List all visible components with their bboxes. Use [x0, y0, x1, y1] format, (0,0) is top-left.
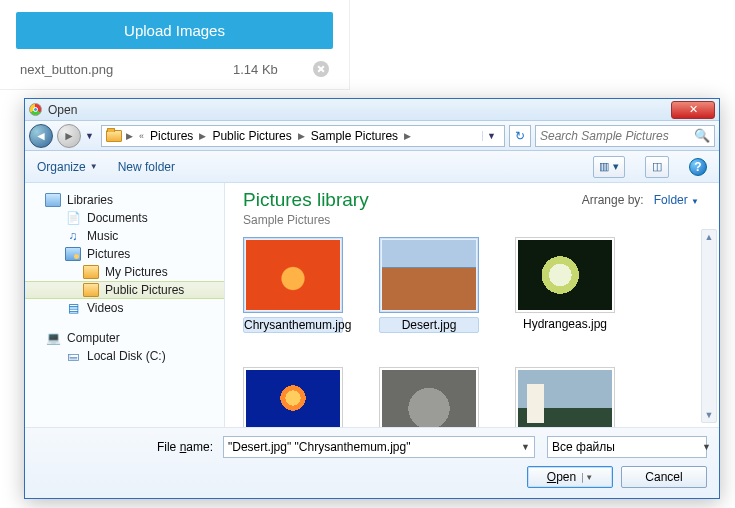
address-bar[interactable]: ▶ « Pictures ▶ Public Pictures ▶ Sample …: [101, 125, 505, 147]
thumb-caption: Desert.jpg: [379, 317, 479, 333]
cancel-button[interactable]: Cancel: [621, 466, 707, 488]
view-mode-button[interactable]: ▥ ▾: [593, 156, 625, 178]
filetype-dropdown-icon[interactable]: ▼: [702, 442, 711, 452]
pictures-icon: [65, 247, 81, 261]
thumbnail-item[interactable]: [515, 367, 615, 427]
breadcrumb-public-pictures[interactable]: Public Pictures: [210, 129, 293, 143]
thumb-image: [246, 370, 340, 427]
library-header: Pictures library Sample Pictures Arrange…: [243, 189, 719, 227]
chevron-right-icon[interactable]: ▶: [124, 131, 135, 141]
chrome-icon: [29, 103, 42, 116]
filetype-combo[interactable]: ▼: [547, 436, 707, 458]
chevron-right-icon: ▶: [197, 131, 208, 141]
thumbnail-item[interactable]: Desert.jpg: [379, 237, 479, 333]
address-dropdown[interactable]: ▼: [482, 131, 500, 141]
tree-computer[interactable]: 💻Computer: [25, 329, 224, 347]
titlebar: Open ✕: [25, 99, 719, 121]
open-dialog: Open ✕ ◄ ► ▼ ▶ « Pictures ▶ Public Pictu…: [24, 98, 720, 499]
search-box[interactable]: 🔍: [535, 125, 715, 147]
tree-libraries[interactable]: Libraries: [25, 191, 224, 209]
breadcrumb-pictures[interactable]: Pictures: [148, 129, 195, 143]
thumbnail-grid: Chrysanthemum.jpgDesert.jpgHydrangeas.jp…: [243, 237, 719, 427]
thumb-image: [382, 240, 476, 310]
open-button[interactable]: Open│▼: [527, 466, 613, 488]
nav-bar: ◄ ► ▼ ▶ « Pictures ▶ Public Pictures ▶ S…: [25, 121, 719, 151]
open-split-icon[interactable]: │▼: [580, 473, 593, 482]
thumb-frame: [515, 367, 615, 427]
nav-forward-button[interactable]: ►: [57, 124, 81, 148]
computer-icon: 💻: [45, 331, 61, 345]
chevron-right-icon: ▶: [296, 131, 307, 141]
folder-icon: [106, 130, 122, 142]
filename-combo[interactable]: ▼: [223, 436, 535, 458]
arrange-by-link[interactable]: Folder ▼: [654, 193, 699, 207]
folder-icon: [83, 265, 99, 279]
arrange-by: Arrange by: Folder ▼: [582, 193, 699, 207]
filetype-value[interactable]: [552, 440, 702, 454]
refresh-button[interactable]: ↻: [509, 125, 531, 147]
toolbar: Organize▼ New folder ▥ ▾ ◫ ?: [25, 151, 719, 183]
uploaded-file-row: next_button.png 1.14 Kb: [16, 49, 333, 89]
thumb-image: [382, 370, 476, 427]
tree-public-pictures[interactable]: Public Pictures: [25, 281, 224, 299]
library-title: Pictures library: [243, 189, 369, 211]
organize-menu[interactable]: Organize▼: [37, 160, 98, 174]
chevron-right-icon: ▶: [402, 131, 413, 141]
filename-dropdown-icon[interactable]: ▼: [521, 442, 530, 452]
uploaded-file-name: next_button.png: [20, 62, 233, 77]
thumb-frame: [379, 367, 479, 427]
folder-icon: [83, 283, 99, 297]
content-pane: Pictures library Sample Pictures Arrange…: [225, 183, 719, 427]
filename-label: File name:: [37, 440, 217, 454]
thumb-frame: [243, 237, 343, 313]
disk-icon: 🖴: [65, 349, 81, 363]
dialog-body: Libraries 📄Documents ♫Music Pictures My …: [25, 183, 719, 427]
filename-input[interactable]: [228, 440, 521, 454]
thumbnail-item[interactable]: [243, 367, 343, 427]
thumb-frame: [379, 237, 479, 313]
upload-images-button[interactable]: Upload Images: [16, 12, 333, 49]
thumb-image: [518, 240, 612, 310]
nav-back-button[interactable]: ◄: [29, 124, 53, 148]
library-subtitle: Sample Pictures: [243, 213, 369, 227]
remove-file-icon[interactable]: [313, 61, 329, 77]
document-icon: 📄: [65, 211, 81, 225]
tree-videos[interactable]: ▤Videos: [25, 299, 224, 317]
thumb-frame: [515, 237, 615, 313]
dialog-footer: File name: ▼ ▼ Open│▼ Cancel: [25, 427, 719, 498]
dialog-title: Open: [48, 103, 671, 117]
scrollbar[interactable]: ▲ ▼: [701, 229, 717, 423]
thumbnail-item[interactable]: Chrysanthemum.jpg: [243, 237, 343, 333]
breadcrumb-sample-pictures[interactable]: Sample Pictures: [309, 129, 400, 143]
window-close-button[interactable]: ✕: [671, 101, 715, 119]
new-folder-button[interactable]: New folder: [118, 160, 175, 174]
scroll-down-icon[interactable]: ▼: [705, 410, 714, 420]
breadcrumb-sep: «: [137, 131, 146, 141]
nav-tree: Libraries 📄Documents ♫Music Pictures My …: [25, 183, 225, 427]
nav-history-dropdown[interactable]: ▼: [85, 131, 97, 141]
thumbnail-item[interactable]: [379, 367, 479, 427]
music-icon: ♫: [65, 229, 81, 243]
help-button[interactable]: ?: [689, 158, 707, 176]
tree-my-pictures[interactable]: My Pictures: [25, 263, 224, 281]
upload-widget: Upload Images next_button.png 1.14 Kb: [0, 0, 350, 90]
thumb-caption: Hydrangeas.jpg: [515, 317, 615, 331]
libraries-icon: [45, 193, 61, 207]
preview-pane-button[interactable]: ◫: [645, 156, 669, 178]
tree-documents[interactable]: 📄Documents: [25, 209, 224, 227]
uploaded-file-size: 1.14 Kb: [233, 62, 313, 77]
thumb-image: [246, 240, 340, 310]
scroll-up-icon[interactable]: ▲: [705, 232, 714, 242]
thumb-frame: [243, 367, 343, 427]
tree-pictures[interactable]: Pictures: [25, 245, 224, 263]
search-input[interactable]: [540, 129, 694, 143]
thumb-image: [518, 370, 612, 427]
search-icon[interactable]: 🔍: [694, 128, 710, 143]
thumbnail-item[interactable]: Hydrangeas.jpg: [515, 237, 615, 333]
tree-local-disk[interactable]: 🖴Local Disk (C:): [25, 347, 224, 365]
videos-icon: ▤: [65, 301, 81, 315]
tree-music[interactable]: ♫Music: [25, 227, 224, 245]
thumb-caption: Chrysanthemum.jpg: [243, 317, 343, 333]
